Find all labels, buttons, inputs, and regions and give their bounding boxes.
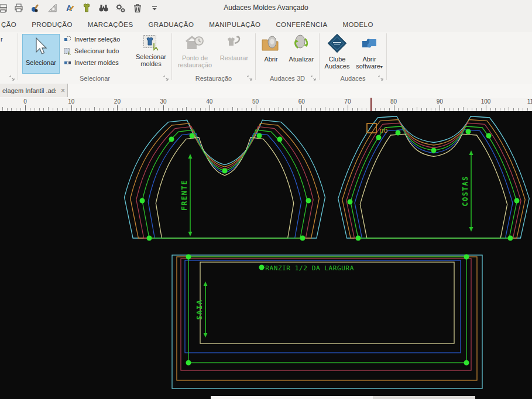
restore-point-icon (185, 34, 205, 53)
document-tab-bar: elagem Infantil .ads × (0, 84, 532, 98)
grading-point[interactable] (376, 135, 382, 140)
dialog-launcher-icon[interactable] (311, 75, 317, 81)
tab-manipulacao[interactable]: MANIPULAÇÃO (201, 18, 268, 32)
selecionar-button[interactable]: Selecionar (22, 34, 60, 74)
pattern-canvas[interactable]: FRENTECOSTASSAIAFRANZIR 1/2 DA LARGURAnó (0, 111, 532, 399)
piece-label-frente: FRENTE (180, 180, 188, 210)
grading-point[interactable] (169, 137, 174, 142)
abrir-3d-button[interactable]: Abrir (257, 34, 285, 63)
restaurar-label: Restaurar (220, 54, 248, 61)
pattern-drawing[interactable]: FRENTECOSTASSAIAFRANZIR 1/2 DA LARGURAnó (0, 111, 532, 399)
restore-icon (224, 34, 244, 53)
window-title: Audaces Moldes Avançado (0, 4, 532, 12)
dialog-launcher-icon[interactable] (9, 75, 15, 81)
selecionar-tudo-icon (64, 47, 71, 55)
tab-marcacoes[interactable]: MARCAÇÕES (80, 18, 141, 32)
ribbon-group-partial: r (0, 32, 18, 84)
scrollbar-thumb[interactable] (211, 396, 373, 399)
tab-producao[interactable]: PRODUÇÃO (24, 18, 80, 32)
restaurar-button[interactable]: Restaurar (217, 34, 252, 61)
grading-point[interactable] (147, 236, 152, 241)
ponto-de-restauracao-label: Ponto de restauração (176, 54, 214, 68)
dialog-launcher-icon[interactable] (378, 75, 384, 81)
dropdown-caret-icon: ▾ (380, 64, 383, 70)
grading-point[interactable] (348, 200, 353, 205)
horizontal-ruler: 0102030405060708090100110 (0, 98, 532, 111)
grading-point[interactable] (306, 198, 311, 204)
atualizar-button[interactable]: Atualizar (286, 34, 317, 63)
grading-point[interactable] (466, 129, 471, 135)
grading-point[interactable] (486, 133, 492, 139)
ribbon-tab-bar: ÇÃO PRODUÇÃO MARCAÇÕES GRADUAÇÃO MANIPUL… (0, 16, 532, 32)
grading-point[interactable] (464, 254, 469, 260)
grading-point[interactable] (257, 133, 262, 139)
piece-label-costas: COSTAS (461, 176, 469, 206)
ribbon-group-selecionar: Selecionar Inverter seleção Selecionar t… (18, 32, 171, 84)
close-tab-icon[interactable]: × (61, 88, 65, 94)
clube-audaces-label: Clube Audaces (322, 56, 352, 70)
ponto-de-restauracao-button[interactable]: Ponto de restauração (176, 34, 214, 68)
inverter-selecao-label: Inverter seleção (74, 36, 120, 43)
grading-point[interactable] (431, 148, 437, 153)
piece-label-saia: SAIA (195, 300, 204, 320)
ribbon: r Selecionar Inverter seleção Selecionar… (0, 32, 532, 84)
group-label-restauracao: Restauração (172, 75, 255, 82)
partial-label: r (1, 36, 3, 43)
grading-point[interactable] (186, 254, 191, 260)
selection-small-buttons: Inverter seleção Selecionar tudo Inverte… (64, 35, 120, 67)
inverter-moldes-button[interactable]: Inverter moldes (64, 58, 120, 67)
document-tab[interactable]: elagem Infantil .ads × (0, 84, 68, 97)
cursor-arrow-icon (33, 37, 49, 56)
annotation-text: FRANZIR 1/2 DA LARGURA (261, 264, 354, 272)
selecionar-tudo-button[interactable]: Selecionar tudo (64, 46, 120, 56)
dialog-launcher-icon[interactable] (163, 75, 169, 81)
title-bar: A Audaces Moldes Avançado (0, 0, 532, 16)
open-3d-icon (260, 34, 282, 54)
selecionar-moldes-label: Selecionar moldes (133, 53, 169, 67)
grading-point[interactable] (140, 198, 145, 204)
tab-conferencia[interactable]: CONFERÊNCIA (268, 18, 335, 32)
grading-point[interactable] (396, 130, 401, 136)
selecionar-moldes-button[interactable]: Selecionar moldes (133, 34, 169, 67)
abrir-3d-label: Abrir (264, 56, 277, 63)
group-separator (386, 33, 387, 80)
app-window: A Audaces Moldes Avançado ÇÃO PRODUÇÃO M… (0, 0, 532, 399)
dialog-launcher-icon[interactable] (247, 75, 253, 81)
selecionar-tudo-label: Selecionar tudo (74, 47, 119, 54)
atualizar-label: Atualizar (289, 56, 314, 63)
clube-audaces-button[interactable]: Clube Audaces (322, 34, 352, 70)
group-label-audaces3d: Audaces 3D (256, 75, 319, 82)
grading-point[interactable] (356, 236, 361, 241)
inverter-selecao-icon (64, 36, 71, 43)
puzzle-icon (359, 34, 380, 54)
grading-point[interactable] (190, 133, 195, 139)
refresh-3d-icon (291, 34, 312, 54)
tab-graduacao[interactable]: GRADUAÇÃO (141, 18, 202, 32)
grading-point[interactable] (277, 137, 283, 142)
grading-point[interactable] (464, 360, 469, 366)
ribbon-group-audaces3d: Abrir Atualizar Audaces 3D (256, 32, 319, 84)
grading-point[interactable] (222, 168, 228, 174)
abrir-software-button[interactable]: Abrir software▾ (353, 34, 385, 71)
ribbon-group-restauracao: Ponto de restauração Restaurar Restauraç… (172, 32, 255, 84)
ribbon-group-audaces: Clube Audaces Abrir software▾ Audaces (320, 32, 386, 84)
tab-cao-partial[interactable]: ÇÃO (0, 18, 24, 32)
inverter-selecao-button[interactable]: Inverter seleção (64, 35, 120, 44)
grading-point[interactable] (514, 198, 520, 204)
selecionar-label: Selecionar (26, 59, 56, 66)
group-label-audaces: Audaces (320, 75, 386, 82)
clube-audaces-icon (327, 34, 348, 54)
grading-point[interactable] (508, 236, 513, 241)
snap-label: nó (379, 126, 387, 135)
abrir-software-label: Abrir software▾ (353, 56, 385, 71)
group-label-selecionar: Selecionar (18, 75, 171, 82)
grading-point[interactable] (186, 360, 191, 366)
inverter-moldes-icon (64, 59, 71, 67)
selecionar-moldes-icon (142, 34, 160, 51)
tab-modelo[interactable]: MODELO (335, 18, 380, 32)
document-tab-title: elagem Infantil .ads (2, 87, 56, 94)
grading-point[interactable] (259, 265, 265, 270)
grading-point[interactable] (300, 236, 306, 241)
inverter-moldes-label: Inverter moldes (74, 59, 119, 66)
